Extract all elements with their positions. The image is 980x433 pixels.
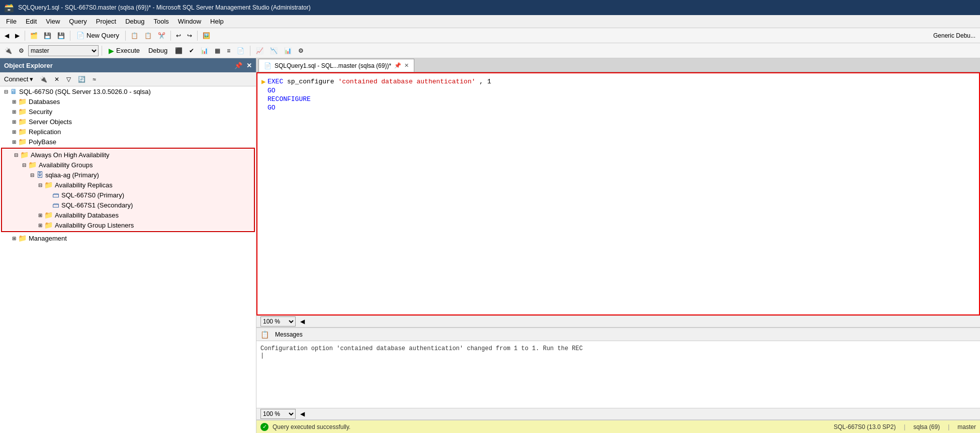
execute-play-icon: ▶ xyxy=(109,47,114,55)
menu-project[interactable]: Project xyxy=(92,17,120,26)
menu-window[interactable]: Window xyxy=(174,17,205,26)
object-explorer-panel: Object Explorer 📌 ✕ Connect ▾ 🔌 ✕ ▽ 🔄 ≈ … xyxy=(0,58,256,433)
menu-view[interactable]: View xyxy=(42,17,64,26)
object-explorer-title: Object Explorer xyxy=(4,62,53,69)
connect-btn[interactable]: Connect ▾ xyxy=(2,74,35,84)
oe-disconnect-btn[interactable]: 🔌 xyxy=(37,75,50,84)
replication-expander[interactable]: ⊞ xyxy=(10,129,18,135)
tree-avail-databases[interactable]: ⊞ 📁 Availability Databases xyxy=(2,210,254,220)
oe-sync-btn[interactable]: ≈ xyxy=(90,75,99,84)
results-btn[interactable]: 📊 xyxy=(198,46,211,56)
tree-avail-listeners[interactable]: ⊞ 📁 Availability Group Listeners xyxy=(2,220,254,230)
tree-avail-groups[interactable]: ⊟ 📁 Availability Groups xyxy=(2,160,254,170)
replication-folder-icon: 📁 xyxy=(18,128,27,136)
menu-debug[interactable]: Debug xyxy=(121,17,148,26)
grid-btn[interactable]: ▦ xyxy=(212,46,223,56)
zoom-selector-1[interactable]: 100 % xyxy=(260,316,296,327)
tree-security[interactable]: ⊞ 📁 Security xyxy=(0,106,256,117)
file-btn[interactable]: 📄 xyxy=(234,46,247,56)
showplan-btn[interactable]: 📈 xyxy=(253,46,266,56)
database-selector[interactable]: master xyxy=(28,45,99,56)
sqlaa-ag-expander[interactable]: ⊟ xyxy=(28,172,36,178)
new-query-btn[interactable]: 📄 New Query xyxy=(73,30,123,41)
toolbar2-btn2[interactable]: ⚙ xyxy=(16,46,27,56)
close-icon[interactable]: ✕ xyxy=(246,62,252,69)
tree-databases[interactable]: ⊞ 📁 Databases xyxy=(0,96,256,106)
avail-groups-expander[interactable]: ⊟ xyxy=(20,162,28,168)
oe-refresh-btn[interactable]: 🔄 xyxy=(75,75,88,84)
showplan3-btn[interactable]: 📊 xyxy=(282,46,294,56)
cut-btn[interactable]: ✂️ xyxy=(155,31,168,41)
avail-listeners-expander[interactable]: ⊞ xyxy=(36,223,44,228)
showplan2-btn[interactable]: 📉 xyxy=(268,46,280,56)
menu-file[interactable]: File xyxy=(2,17,21,26)
zoom-selector-2[interactable]: 100 % xyxy=(260,409,296,419)
forward-btn[interactable]: ▶ xyxy=(13,31,22,41)
save-btn[interactable]: 💾 xyxy=(41,31,54,41)
debug-btn[interactable]: Debug xyxy=(145,45,171,56)
tree-view[interactable]: ⊟ 🖥 SQL-667S0 (SQL Server 13.0.5026.0 - … xyxy=(0,86,256,433)
menu-query[interactable]: Query xyxy=(65,17,91,26)
tree-avail-replicas[interactable]: ⊟ 📁 Availability Replicas xyxy=(2,180,254,190)
redo-btn[interactable]: ↪ xyxy=(185,31,195,41)
back-btn[interactable]: ◀ xyxy=(2,31,12,41)
text-btn[interactable]: ≡ xyxy=(224,46,233,56)
oe-filter-btn[interactable]: ▽ xyxy=(64,75,73,84)
server-objects-expander[interactable]: ⊞ xyxy=(10,119,18,125)
polybase-expander[interactable]: ⊞ xyxy=(10,139,18,145)
generic-debug-btn[interactable]: Generic Debu... xyxy=(931,31,978,41)
copy-btn[interactable]: 📋 xyxy=(128,31,141,41)
security-expander[interactable]: ⊞ xyxy=(10,109,18,115)
save-all-btn[interactable]: 💾 xyxy=(55,31,67,41)
execute-btn[interactable]: ▶ Execute xyxy=(105,45,143,56)
undo-btn[interactable]: ↩ xyxy=(173,31,184,41)
tree-server-objects[interactable]: ⊞ 📁 Server Objects xyxy=(0,117,256,127)
title-text: SQLQuery1.sql - SQL-667S0.master (sqlsa … xyxy=(18,4,311,11)
always-on-label: Always On High Availability xyxy=(31,151,110,159)
scroll-left-btn-2[interactable]: ◀ xyxy=(298,409,307,419)
status-sep-2: | xyxy=(948,423,949,430)
avail-replicas-expander[interactable]: ⊟ xyxy=(36,182,44,188)
object-explorer-header: Object Explorer 📌 ✕ xyxy=(0,58,256,72)
line-indicator-1: ▶ xyxy=(261,77,268,86)
server-node[interactable]: ⊟ 🖥 SQL-667S0 (SQL Server 13.0.5026.0 - … xyxy=(0,86,256,96)
tree-always-on[interactable]: ⊟ 📁 Always On High Availability xyxy=(2,150,254,160)
avail-listeners-folder-icon: 📁 xyxy=(44,221,53,229)
messages-tab[interactable]: Messages xyxy=(272,330,306,339)
view-btn[interactable]: 🖼️ xyxy=(200,31,213,41)
menu-help[interactable]: Help xyxy=(206,17,228,26)
query-tab[interactable]: 📄 SQLQuery1.sql - SQL...master (sqlsa (6… xyxy=(258,59,414,72)
always-on-expander[interactable]: ⊟ xyxy=(12,152,20,158)
tab-pin-icon[interactable]: 📌 xyxy=(394,62,401,69)
stop-btn[interactable]: ⬛ xyxy=(172,46,185,56)
tree-management[interactable]: ⊞ 📁 Management xyxy=(0,233,256,243)
menu-tools[interactable]: Tools xyxy=(150,17,173,26)
scroll-left-btn[interactable]: ◀ xyxy=(298,316,307,327)
paste-btn[interactable]: 📋 xyxy=(142,31,154,41)
management-expander[interactable]: ⊞ xyxy=(10,236,18,241)
open-file-btn[interactable]: 🗂️ xyxy=(28,31,40,41)
check-btn[interactable]: ✔ xyxy=(187,46,197,56)
new-query-label: New Query xyxy=(86,32,119,39)
server-expander[interactable]: ⊟ xyxy=(2,89,10,94)
menu-edit[interactable]: Edit xyxy=(22,17,41,26)
databases-expander[interactable]: ⊞ xyxy=(10,99,18,104)
oe-stop-btn[interactable]: ✕ xyxy=(52,75,62,84)
main-layout: Object Explorer 📌 ✕ Connect ▾ 🔌 ✕ ▽ 🔄 ≈ … xyxy=(0,58,980,433)
query-editor[interactable]: ▶ EXEC sp_configure 'contained database … xyxy=(256,72,980,315)
tree-sql667s1[interactable]: 🗃 SQL-667S1 (Secondary) xyxy=(2,200,254,210)
options-btn[interactable]: ⚙ xyxy=(296,46,306,56)
tab-close-btn[interactable]: ✕ xyxy=(404,62,409,69)
tree-polybase[interactable]: ⊞ 📁 PolyBase xyxy=(0,137,256,147)
sqlaa-ag-label: sqlaa-ag (Primary) xyxy=(45,171,99,179)
tree-sql667s0[interactable]: 🗃 SQL-667S0 (Primary) xyxy=(2,190,254,200)
oe-toolbar: Connect ▾ 🔌 ✕ ▽ 🔄 ≈ xyxy=(0,72,256,86)
connect-label: Connect xyxy=(4,75,28,83)
tree-sqlaa-ag[interactable]: ⊟ 🗄 sqlaa-ag (Primary) xyxy=(2,170,254,180)
pin-icon[interactable]: 📌 xyxy=(234,62,242,69)
tree-replication[interactable]: ⊞ 📁 Replication xyxy=(0,127,256,137)
toolbar2-btn1[interactable]: 🔌 xyxy=(2,46,15,56)
app-icon: 🗃️ xyxy=(4,3,14,13)
avail-databases-expander[interactable]: ⊞ xyxy=(36,212,44,218)
new-query-icon: 📄 xyxy=(76,32,84,39)
